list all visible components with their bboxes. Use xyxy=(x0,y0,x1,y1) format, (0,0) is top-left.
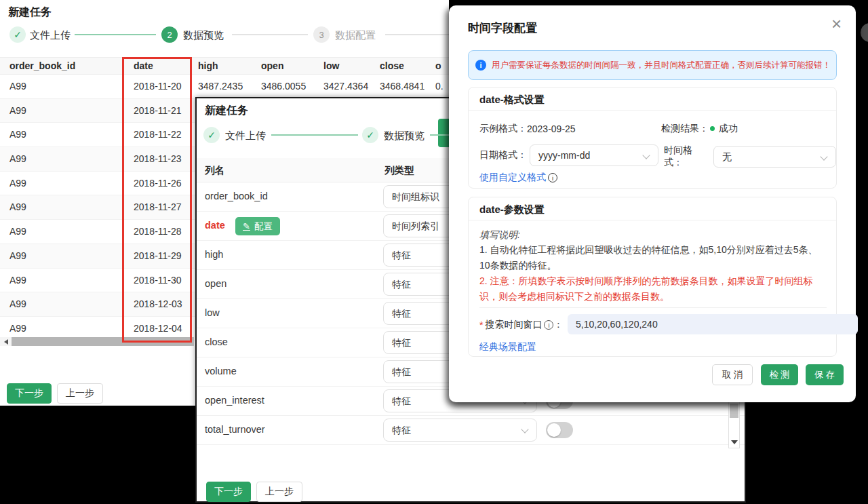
configure-button[interactable]: ✎配置 xyxy=(235,217,280,235)
column-name: date xyxy=(205,220,225,231)
card-header: date-格式设置 xyxy=(469,88,836,111)
col-name-header: 列名 xyxy=(205,164,224,177)
cell-order-book-id: A99 xyxy=(9,153,26,164)
step-label-upload: 文件上传 xyxy=(30,29,71,42)
card-header: date-参数设置 xyxy=(469,197,836,220)
divider xyxy=(479,307,827,308)
close-icon[interactable]: × xyxy=(831,15,842,33)
step-line xyxy=(232,34,308,35)
cell-date: 2018-11-21 xyxy=(134,105,182,116)
cell-date: 2018-11-20 xyxy=(134,81,182,92)
info-icon: i xyxy=(544,320,553,330)
search-window-label: 搜索时间窗口 xyxy=(485,319,542,331)
selected-value: 时间组标识 xyxy=(392,191,439,203)
format-settings-card: date-格式设置 示例格式： 2023-09-25 检测结果： 成功 日期格式… xyxy=(468,87,837,189)
column-name: open_interest xyxy=(205,395,264,406)
window-title: 新建任务 xyxy=(8,5,52,20)
step-done-icon: ✓ xyxy=(362,127,378,143)
next-step-button[interactable]: 下一步 xyxy=(206,482,251,502)
scrollbar-thumb[interactable] xyxy=(12,337,194,346)
card-title: date-参数设置 xyxy=(479,203,545,216)
horizontal-scrollbar[interactable] xyxy=(0,337,194,346)
custom-format-row: 使用自定义格式 i xyxy=(479,172,557,184)
selected-value: 特征 xyxy=(392,395,411,408)
configure-label: 配置 xyxy=(254,220,273,233)
cell-value: 3486.0055 xyxy=(261,81,306,92)
column-header: close xyxy=(380,60,404,71)
scroll-down-arrow[interactable] xyxy=(731,440,738,444)
column-header: date xyxy=(134,60,153,71)
cancel-button[interactable]: 取消 xyxy=(712,364,753,385)
detect-button[interactable]: 检测 xyxy=(761,364,798,385)
selected-value: 无 xyxy=(722,151,732,163)
column-name: high xyxy=(205,249,223,260)
selected-value: 时间列索引 xyxy=(392,220,439,233)
column-header: order_book_id xyxy=(9,60,75,71)
detect-result-label: 检测结果： xyxy=(661,123,709,135)
selected-value: 特征 xyxy=(392,425,411,437)
step-pending-circle: 3 xyxy=(313,26,330,43)
selected-value: 特征 xyxy=(392,308,411,320)
next-step-button[interactable]: 下一步 xyxy=(7,383,52,404)
classic-scene-link[interactable]: 经典场景配置 xyxy=(479,341,536,353)
chevron-down-icon xyxy=(642,151,650,159)
selected-value: 特征 xyxy=(392,337,411,349)
check-icon: ✓ xyxy=(208,130,216,140)
screen: 新建任务 ✓ 文件上传 2 数据预览 3 数据配置 order_book_idd… xyxy=(0,0,868,504)
card-title: date-格式设置 xyxy=(479,94,545,106)
date-format-row: 日期格式： yyyy-mm-dd xyxy=(479,144,658,166)
cell-order-book-id: A99 xyxy=(9,226,26,237)
scrollbar-thumb[interactable] xyxy=(730,404,738,418)
time-format-select[interactable]: 无 xyxy=(713,146,836,168)
cell-date: 2018-12-04 xyxy=(134,323,182,334)
step-label-upload: 文件上传 xyxy=(225,130,266,142)
column-type-select[interactable]: 特征 xyxy=(383,419,537,442)
column-name: order_book_id xyxy=(205,191,268,201)
col-type-header: 列类型 xyxy=(384,164,414,177)
step-number: 3 xyxy=(319,30,323,40)
cell-order-book-id: A99 xyxy=(9,298,26,309)
vertical-scrollbar[interactable] xyxy=(728,401,740,448)
step-line xyxy=(271,134,358,136)
time-format-label: 时间格式： xyxy=(664,144,711,169)
check-icon: ✓ xyxy=(366,130,374,140)
scroll-left-arrow[interactable] xyxy=(0,337,12,346)
search-window-input[interactable] xyxy=(568,314,858,334)
custom-format-link[interactable]: 使用自定义格式 xyxy=(479,172,546,184)
cell-order-book-id: A99 xyxy=(9,323,26,334)
cell-date: 2018-11-22 xyxy=(134,129,182,140)
prev-step-button[interactable]: 上一步 xyxy=(256,482,302,502)
column-header: open xyxy=(261,60,283,71)
cell-order-book-id: A99 xyxy=(9,178,26,189)
selected-value: 特征 xyxy=(392,250,411,262)
feature-toggle[interactable] xyxy=(546,422,573,438)
date-format-select[interactable]: yyyy-mm-dd xyxy=(530,144,658,166)
required-asterisk: * xyxy=(479,319,483,330)
selected-value: 特征 xyxy=(392,366,411,379)
column-name: total_turnover xyxy=(205,424,265,435)
cell-order-book-id: A99 xyxy=(9,81,26,92)
toggle-knob xyxy=(547,423,561,437)
table-row: A992018-11-203487.24353486.00553427.4364… xyxy=(0,75,449,99)
cell-value: 3487.2435 xyxy=(198,81,243,92)
prev-step-button[interactable]: 上一步 xyxy=(57,383,103,404)
save-button[interactable]: 保存 xyxy=(806,364,844,385)
cell-date: 2018-11-30 xyxy=(134,275,182,286)
column-name: open xyxy=(205,278,226,289)
cell-date: 2018-11-26 xyxy=(134,178,182,189)
sample-format-row: 示例格式： 2023-09-25 xyxy=(479,123,576,135)
cell-value: 0. xyxy=(435,81,443,92)
cell-order-book-id: A99 xyxy=(9,275,26,286)
note-1: 1. 自动化特征工程将据此回望吸收过去的特征信息，如5,10分别对应着过去5条、… xyxy=(479,242,827,273)
window-title: 新建任务 xyxy=(205,104,248,118)
time-field-config-modal: 时间字段配置 × i 用户需要保证每条数据的时间间隔一致，并且时间格式配置正确，… xyxy=(449,5,856,402)
time-format-row: 时间格式： 无 xyxy=(664,144,836,169)
cell-order-book-id: A99 xyxy=(9,129,26,140)
detect-result-row: 检测结果： 成功 xyxy=(661,123,738,135)
cell-order-book-id: A99 xyxy=(9,250,26,261)
note-heading: 填写说明: xyxy=(479,227,827,243)
classic-config-row: 经典场景配置 xyxy=(479,341,536,353)
info-alert: i 用户需要保证每条数据的时间间隔一致，并且时间格式配置正确，否则后续计算可能报… xyxy=(468,50,837,80)
column-name: close xyxy=(205,336,228,347)
date-format-label: 日期格式： xyxy=(479,149,527,161)
